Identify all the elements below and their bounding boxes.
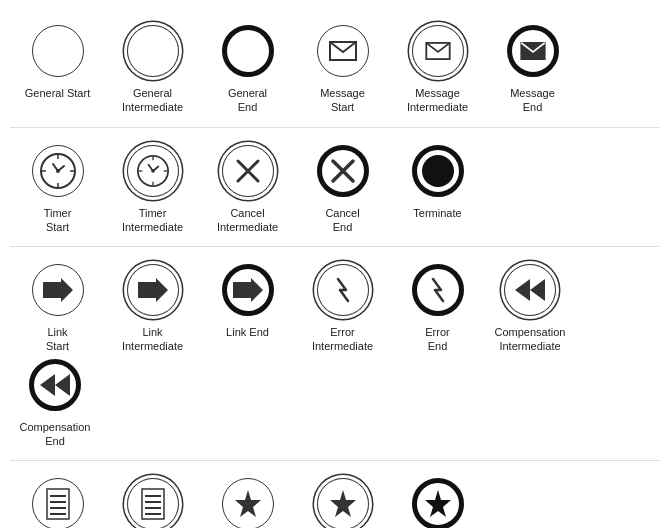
multiple-end-icon (412, 478, 464, 528)
rule-start-icon-wrap (27, 473, 89, 528)
general-intermediate-label: GeneralIntermediate (122, 86, 183, 115)
link-start-icon (32, 264, 84, 316)
cancel-intermediate-label: CancelIntermediate (217, 206, 278, 235)
envelope-svg-2 (425, 42, 451, 60)
lightning-svg (330, 277, 356, 303)
general-start-item: General Start (10, 20, 105, 100)
link-end-item: Link End (200, 259, 295, 339)
message-intermediate-item: MessageIntermediate (390, 20, 485, 115)
rule-intermediate-item: RuleIntermediate (105, 473, 200, 528)
error-intermediate-icon-wrap (312, 259, 374, 321)
link-intermediate-icon (127, 264, 179, 316)
star-svg-2 (327, 488, 359, 520)
terminate-icon-wrap (407, 140, 469, 202)
cancel-intermediate-icon (222, 145, 274, 197)
svg-marker-24 (138, 278, 168, 302)
terminate-fill (422, 155, 454, 187)
clock-svg (40, 153, 76, 189)
link-start-label: LinkStart (46, 325, 69, 354)
arrow-svg-3 (233, 278, 263, 302)
lightning-svg-2 (425, 277, 451, 303)
rewind-svg (515, 279, 545, 301)
multiple-end-icon-wrap (407, 473, 469, 528)
rule-svg (46, 488, 70, 520)
cancel-end-icon-wrap (312, 140, 374, 202)
row-4: RuleStart RuleIntermediate (10, 463, 659, 528)
compensation-intermediate-item: CompensationIntermediate (485, 259, 575, 354)
svg-marker-25 (233, 278, 263, 302)
multiple-start-icon-wrap (217, 473, 279, 528)
message-start-label: MessageStart (320, 86, 365, 115)
multiple-intermediate-item: MultipleIntermediate (295, 473, 390, 528)
svg-marker-41 (330, 490, 356, 517)
error-intermediate-icon (317, 264, 369, 316)
error-intermediate-label: ErrorIntermediate (312, 325, 373, 354)
error-end-label: ErrorEnd (425, 325, 449, 354)
general-start-icon-wrap (27, 20, 89, 82)
link-intermediate-icon-wrap (122, 259, 184, 321)
rule-intermediate-icon-wrap (122, 473, 184, 528)
bpmn-events-grid: General Start GeneralIntermediate Genera… (10, 10, 659, 528)
row-2: TimerStart TimerInter (10, 130, 659, 245)
link-start-item: LinkStart (10, 259, 105, 354)
compensation-end-icon-wrap (24, 354, 86, 416)
compensation-end-label: CompensationEnd (20, 420, 91, 449)
timer-intermediate-icon (127, 145, 179, 197)
multiple-intermediate-icon-wrap (312, 473, 374, 528)
clock-svg-2 (137, 155, 169, 187)
link-end-icon-wrap (217, 259, 279, 321)
separator-1 (10, 127, 659, 128)
cancel-intermediate-item: CancelIntermediate (200, 140, 295, 235)
arrow-svg-2 (138, 278, 168, 302)
message-start-icon (317, 25, 369, 77)
message-end-icon (507, 25, 559, 77)
multiple-start-item: MultipleStart (200, 473, 295, 528)
link-intermediate-label: LinkIntermediate (122, 325, 183, 354)
compensation-intermediate-icon-wrap (499, 259, 561, 321)
clock-start (40, 153, 76, 189)
timer-start-label: TimerStart (44, 206, 72, 235)
row-3: LinkStart LinkIntermediate (10, 249, 659, 458)
link-start-icon-wrap (27, 259, 89, 321)
svg-marker-28 (40, 374, 55, 396)
message-intermediate-icon-wrap (407, 20, 469, 82)
compensation-end-icon (29, 359, 81, 411)
multiple-start-icon (222, 478, 274, 528)
multiple-intermediate-icon (317, 478, 369, 528)
timer-start-item: TimerStart (10, 140, 105, 235)
star-svg (232, 488, 264, 520)
link-end-icon (222, 264, 274, 316)
general-end-icon (222, 25, 274, 77)
x-svg (234, 157, 262, 185)
rule-start-item: RuleStart (10, 473, 105, 528)
svg-marker-42 (425, 490, 451, 517)
general-intermediate-item: GeneralIntermediate (105, 20, 200, 115)
terminate-item: Terminate (390, 140, 485, 220)
star-svg-3 (422, 488, 454, 520)
message-intermediate-label: MessageIntermediate (407, 86, 468, 115)
svg-marker-27 (530, 279, 545, 301)
cancel-end-icon (317, 145, 369, 197)
envelope-svg-3 (520, 42, 546, 60)
svg-point-10 (56, 169, 60, 173)
timer-start-icon (32, 145, 84, 197)
terminate-label: Terminate (413, 206, 461, 220)
rewind-svg-2 (40, 374, 70, 396)
message-end-label: MessageEnd (510, 86, 555, 115)
terminate-icon (412, 145, 464, 197)
error-end-icon (412, 264, 464, 316)
error-end-icon-wrap (407, 259, 469, 321)
rule-svg-2 (141, 488, 165, 520)
general-intermediate-icon-wrap (122, 20, 184, 82)
arrow-svg (43, 278, 73, 302)
cancel-intermediate-icon-wrap (217, 140, 279, 202)
svg-marker-40 (235, 490, 261, 517)
separator-2 (10, 246, 659, 247)
timer-intermediate-label: TimerIntermediate (122, 206, 183, 235)
separator-3 (10, 460, 659, 461)
svg-marker-23 (43, 278, 73, 302)
link-end-label: Link End (226, 325, 269, 339)
message-start-icon-wrap (312, 20, 374, 82)
multiple-end-item: MultipleEnd (390, 473, 485, 528)
cancel-end-item: CancelEnd (295, 140, 390, 235)
